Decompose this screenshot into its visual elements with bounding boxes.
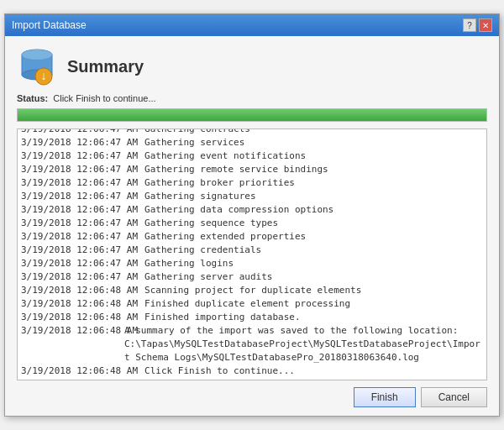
dialog-title-bar-label: Import Database [12, 19, 87, 31]
log-message: A summary of the import was saved to the… [124, 324, 483, 364]
log-message: Gathering logins [144, 257, 234, 270]
log-time: 3/19/2018 12:06:48 AM [21, 311, 138, 324]
log-time: 3/19/2018 12:06:47 AM [21, 136, 138, 149]
log-message: Finished importing database. [144, 311, 300, 324]
log-time: 3/19/2018 12:06:48 AM [21, 324, 118, 364]
log-time: 3/19/2018 12:06:47 AM [21, 217, 138, 230]
log-row: 3/19/2018 12:06:48 AMScanning project fo… [21, 284, 483, 297]
page-title: Summary [67, 57, 144, 76]
title-bar-buttons: ? ✕ [463, 18, 492, 32]
log-row: 3/19/2018 12:06:47 AMGathering services [21, 136, 483, 149]
log-message: Gathering server audits [144, 270, 272, 284]
log-message: Gathering event notifications [144, 149, 306, 163]
log-time: 3/19/2018 12:06:47 AM [21, 149, 138, 163]
log-message: Gathering sequence types [144, 217, 278, 230]
log-row: 3/19/2018 12:06:48 AMFinished importing … [21, 311, 483, 324]
log-row: 3/19/2018 12:06:47 AMGathering logins [21, 257, 483, 270]
log-row: 3/19/2018 12:06:47 AMGathering credentia… [21, 244, 483, 257]
header-section: ↓ Summary [17, 46, 487, 87]
finish-button[interactable]: Finish [354, 387, 416, 407]
log-row: 3/19/2018 12:06:47 AMGathering signature… [21, 190, 483, 203]
log-row: 3/19/2018 12:06:47 AMGathering contracts [21, 128, 483, 136]
log-time: 3/19/2018 12:06:47 AM [21, 190, 138, 203]
log-time: 3/19/2018 12:06:47 AM [21, 244, 138, 257]
log-message: Gathering credentials [144, 244, 261, 257]
status-value: Click Finish to continue... [53, 93, 155, 103]
log-time: 3/19/2018 12:06:47 AM [21, 270, 138, 284]
log-row: 3/19/2018 12:06:47 AMGathering broker pr… [21, 176, 483, 190]
svg-text:↓: ↓ [41, 69, 47, 82]
import-database-dialog: Import Database ? ✕ ↓ Summary [4, 13, 500, 417]
log-row: 3/19/2018 12:06:48 AMClick Finish to con… [21, 364, 483, 378]
log-message: Gathering remote service bindings [144, 163, 328, 176]
log-row: 3/19/2018 12:06:47 AMGathering event not… [21, 149, 483, 163]
log-message: Gathering broker priorities [144, 176, 295, 190]
progress-bar-fill [18, 109, 486, 121]
bottom-buttons: Finish Cancel [17, 387, 487, 407]
log-time: 3/19/2018 12:06:47 AM [21, 230, 138, 244]
log-message: Gathering data compression options [144, 203, 333, 217]
log-message: Gathering contracts [144, 128, 250, 136]
close-button[interactable]: ✕ [479, 18, 492, 32]
svg-point-3 [22, 50, 52, 60]
log-row: 3/19/2018 12:06:48 AMFinished duplicate … [21, 297, 483, 311]
help-button[interactable]: ? [463, 18, 476, 32]
log-area[interactable]: 3/19/2018 12:06:47 AMGathering data cons… [17, 128, 487, 380]
database-icon: ↓ [17, 46, 57, 87]
cancel-button[interactable]: Cancel [421, 387, 487, 407]
log-message: Click Finish to continue... [144, 364, 295, 378]
title-bar: Import Database ? ✕ [5, 14, 499, 36]
log-row: 3/19/2018 12:06:48 AMA summary of the im… [21, 324, 483, 364]
log-row: 3/19/2018 12:06:47 AMGathering remote se… [21, 163, 483, 176]
log-row: 3/19/2018 12:06:47 AMGathering extended … [21, 230, 483, 244]
log-message: Gathering services [144, 136, 244, 149]
log-time: 3/19/2018 12:06:48 AM [21, 364, 138, 378]
log-time: 3/19/2018 12:06:47 AM [21, 163, 138, 176]
log-message: Finished duplicate element processing [144, 297, 350, 311]
log-time: 3/19/2018 12:06:47 AM [21, 257, 138, 270]
progress-bar [17, 108, 487, 122]
log-row: 3/19/2018 12:06:47 AMGathering sequence … [21, 217, 483, 230]
log-message: Gathering extended properties [144, 230, 306, 244]
log-time: 3/19/2018 12:06:48 AM [21, 297, 138, 311]
dialog-body: ↓ Summary Status: Click Finish to contin… [5, 36, 499, 416]
log-time: 3/19/2018 12:06:47 AM [21, 203, 138, 217]
log-row: 3/19/2018 12:06:47 AMGathering data comp… [21, 203, 483, 217]
log-time: 3/19/2018 12:06:47 AM [21, 176, 138, 190]
log-message: Scanning project for duplicate elements [144, 284, 361, 297]
log-row: 3/19/2018 12:06:47 AMGathering server au… [21, 270, 483, 284]
status-label: Status: [17, 93, 48, 103]
status-line: Status: Click Finish to continue... [17, 93, 487, 103]
log-message: Gathering signatures [144, 190, 255, 203]
log-time: 3/19/2018 12:06:48 AM [21, 284, 138, 297]
log-time: 3/19/2018 12:06:47 AM [21, 128, 138, 136]
